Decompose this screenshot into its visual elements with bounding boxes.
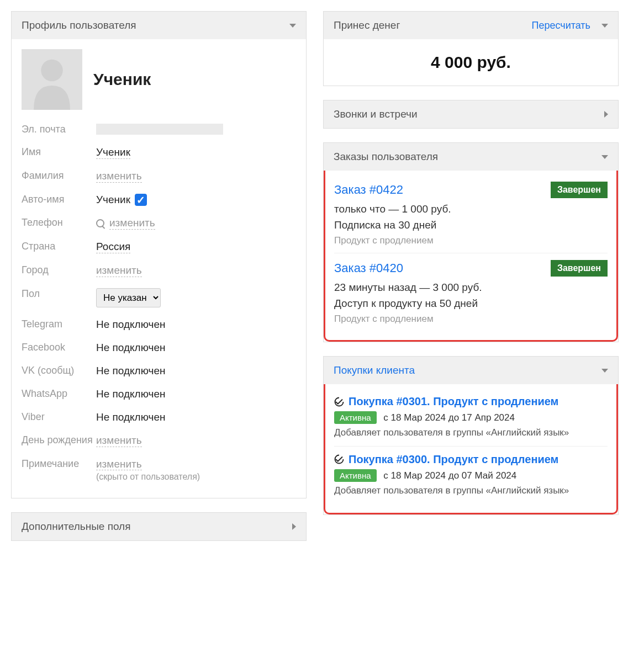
order-sub: Продукт с продлением <box>334 314 608 325</box>
search-icon[interactable] <box>96 219 105 228</box>
order-status-badge: Завершен <box>551 260 608 277</box>
money-amount: 4 000 руб. <box>324 39 618 86</box>
note-label: Примечание <box>22 458 96 470</box>
viber-label: Viber <box>22 411 96 423</box>
purchases-panel: Покупки клиента Покупка #0301. Продукт с… <box>323 356 619 515</box>
country-value[interactable]: Россия <box>96 241 130 253</box>
svg-point-0 <box>41 60 63 82</box>
money-panel: Принес денег Пересчитать 4 000 руб. <box>323 11 619 86</box>
gender-label: Пол <box>22 288 96 300</box>
gender-select[interactable]: Не указан <box>96 288 161 307</box>
order-item: Заказ #0420 Завершен 23 минуты назад — 3… <box>334 253 608 331</box>
additional-fields-panel: Дополнительные поля <box>11 512 307 541</box>
birthday-value[interactable]: изменить <box>96 434 142 447</box>
order-sub: Продукт с продлением <box>334 235 608 246</box>
order-link[interactable]: Заказ #0422 <box>334 183 403 197</box>
purchase-desc: Добавляет пользователя в группы «Английс… <box>334 484 608 497</box>
order-item: Заказ #0422 Завершен только что — 1 000 … <box>334 179 608 253</box>
purchases-header[interactable]: Покупки клиента <box>324 357 618 384</box>
city-value[interactable]: изменить <box>96 264 142 277</box>
autoname-checkbox[interactable]: ✓ <box>135 194 147 206</box>
purchase-status-badge: Активна <box>334 469 377 482</box>
purchase-dates: с 18 Мар 2024 до 07 Май 2024 <box>383 470 516 481</box>
name-value[interactable]: Ученик <box>96 146 130 159</box>
profile-panel-header[interactable]: Профиль пользователя <box>12 12 306 39</box>
order-line2: Подписка на 30 дней <box>334 217 608 233</box>
additional-fields-title: Дополнительные поля <box>22 521 131 533</box>
note-hint: (скрыто от пользователя) <box>96 472 200 481</box>
order-link[interactable]: Заказ #0420 <box>334 261 403 275</box>
recalc-link[interactable]: Пересчитать <box>532 20 590 31</box>
phone-value[interactable]: изменить <box>109 217 155 230</box>
order-status-badge: Завершен <box>551 182 608 198</box>
calls-panel: Звонки и встречи <box>323 100 619 129</box>
purchase-link[interactable]: Покупка #0300. Продукт с продлением <box>334 453 608 466</box>
purchase-status-badge: Активна <box>334 411 377 424</box>
orders-panel: Заказы пользователя Заказ #0422 Завершен… <box>323 142 619 342</box>
email-label: Эл. почта <box>22 124 96 135</box>
chevron-down-icon <box>601 369 608 373</box>
note-value[interactable]: изменить <box>96 458 142 470</box>
profile-panel-title: Профиль пользователя <box>22 19 136 31</box>
user-title: Ученик <box>93 70 151 89</box>
order-line2: Доступ к продукту на 50 дней <box>334 296 608 312</box>
avatar[interactable] <box>22 49 82 110</box>
orders-header[interactable]: Заказы пользователя <box>324 143 618 171</box>
money-header[interactable]: Принес денег Пересчитать <box>324 12 618 39</box>
telegram-label: Telegram <box>22 318 96 330</box>
whatsapp-label: WhatsApp <box>22 388 96 400</box>
facebook-value: Не подключен <box>96 342 166 354</box>
autoname-label: Авто-имя <box>22 194 96 205</box>
check-circle-icon <box>334 397 344 407</box>
additional-fields-header[interactable]: Дополнительные поля <box>12 513 306 540</box>
facebook-label: Facebook <box>22 342 96 353</box>
chevron-right-icon <box>604 111 608 118</box>
calls-title: Звонки и встречи <box>334 108 418 120</box>
purchase-item: Покупка #0300. Продукт с продлением Акти… <box>334 446 608 504</box>
vk-label: VK (сообщ) <box>22 365 96 376</box>
whatsapp-value: Не подключен <box>96 388 166 400</box>
telegram-value: Не подключен <box>96 318 166 331</box>
email-value-redacted <box>96 124 223 135</box>
money-title: Принес денег <box>334 19 400 31</box>
calls-header[interactable]: Звонки и встречи <box>324 100 618 128</box>
purchase-dates: с 18 Мар 2024 до 17 Апр 2024 <box>383 412 515 423</box>
phone-label: Телефон <box>22 217 96 229</box>
purchase-desc: Добавляет пользователя в группы «Английс… <box>334 426 608 439</box>
profile-panel: Профиль пользователя Ученик Эл. почта <box>11 11 307 498</box>
purchase-item: Покупка #0301. Продукт с продлением Акти… <box>334 393 608 446</box>
country-label: Страна <box>22 241 96 252</box>
orders-title: Заказы пользователя <box>334 151 438 163</box>
chevron-down-icon <box>289 24 296 28</box>
chevron-down-icon <box>601 24 608 28</box>
viber-value: Не подключен <box>96 411 166 423</box>
birthday-label: День рождения <box>22 434 96 446</box>
vk-value: Не подключен <box>96 365 166 377</box>
name-label: Имя <box>22 146 96 158</box>
check-circle-icon <box>334 454 344 464</box>
order-line1: только что — 1 000 руб. <box>334 201 608 217</box>
surname-value[interactable]: изменить <box>96 170 142 183</box>
purchase-link[interactable]: Покупка #0301. Продукт с продлением <box>334 395 608 408</box>
surname-label: Фамилия <box>22 170 96 182</box>
chevron-right-icon <box>292 523 296 530</box>
avatar-placeholder-icon <box>22 49 82 110</box>
chevron-down-icon <box>601 155 608 159</box>
purchases-title: Покупки клиента <box>334 364 415 376</box>
order-line1: 23 минуты назад — 3 000 руб. <box>334 280 608 296</box>
city-label: Город <box>22 264 96 276</box>
autoname-value: Ученик <box>96 194 130 206</box>
